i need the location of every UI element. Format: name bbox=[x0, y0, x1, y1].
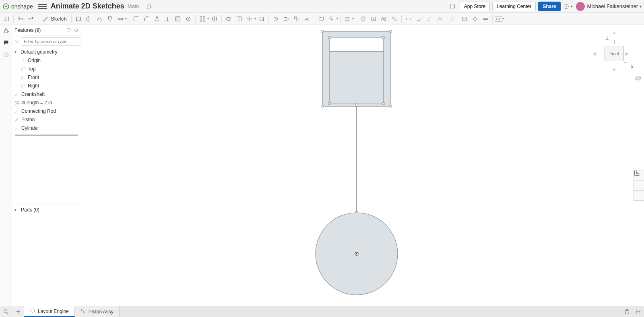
units-icon[interactable] bbox=[633, 306, 644, 317]
make-transparent-icon[interactable]: x bbox=[634, 190, 644, 201]
bend-icon[interactable] bbox=[435, 14, 445, 24]
plane-icon bbox=[21, 83, 26, 88]
st-caret[interactable]: ▾ bbox=[502, 17, 504, 21]
delete-face-icon[interactable] bbox=[257, 14, 266, 24]
user-menu-caret[interactable]: ▾ bbox=[640, 4, 642, 8]
feature-tree-toggle-icon[interactable] bbox=[2, 14, 11, 24]
replace-face-icon[interactable] bbox=[292, 14, 301, 24]
revolve-icon[interactable] bbox=[84, 14, 94, 24]
plane-icon[interactable] bbox=[316, 14, 326, 24]
document-title[interactable]: Animate 2D Sketches bbox=[51, 2, 124, 10]
transform-icon[interactable] bbox=[245, 14, 254, 24]
split-icon[interactable] bbox=[234, 14, 244, 24]
tree-feature-length-var[interactable]: (x) #Length = 2 in bbox=[12, 98, 81, 107]
hole-icon[interactable] bbox=[184, 14, 193, 24]
extrude-icon[interactable] bbox=[74, 14, 83, 24]
svg-line-64 bbox=[7, 313, 8, 314]
tab-layout-engine[interactable]: Layout Engine bbox=[24, 306, 75, 317]
sweep-icon[interactable] bbox=[95, 14, 104, 24]
parts-header[interactable]: ▾ Parts (0) bbox=[12, 205, 81, 214]
tree-plane-front[interactable]: Front bbox=[12, 73, 81, 81]
fillet-icon[interactable] bbox=[131, 14, 141, 24]
pattern-icon[interactable] bbox=[198, 14, 207, 24]
add-feature-icon[interactable] bbox=[2, 27, 10, 35]
svg-point-1 bbox=[5, 5, 7, 7]
sketch-button[interactable]: Sketch bbox=[40, 14, 69, 24]
onshape-logo[interactable]: onshape bbox=[2, 3, 33, 10]
share-button[interactable]: Share bbox=[538, 2, 560, 11]
viewcube-up-arrow-icon[interactable]: ▲ bbox=[612, 30, 617, 35]
featurescript-icon[interactable] bbox=[448, 2, 457, 11]
tab-piston-assy[interactable]: Piston Assy bbox=[75, 306, 120, 317]
svg-rect-36 bbox=[67, 28, 70, 31]
viewcube-left-arrow-icon[interactable]: ◀ bbox=[592, 51, 596, 56]
chamfer-icon[interactable] bbox=[142, 14, 151, 24]
rollback-icon[interactable] bbox=[74, 28, 78, 33]
document-copy-icon[interactable] bbox=[144, 2, 154, 11]
sm-relief-icon[interactable] bbox=[460, 14, 469, 24]
mirror-icon[interactable] bbox=[210, 14, 219, 24]
tab-icon[interactable] bbox=[425, 14, 434, 24]
undo-icon[interactable] bbox=[16, 14, 25, 24]
derived-icon[interactable] bbox=[390, 14, 399, 24]
helix-icon[interactable] bbox=[327, 14, 336, 24]
rib-icon[interactable] bbox=[163, 14, 172, 24]
move-face-icon[interactable] bbox=[281, 14, 291, 24]
offset-surface-icon[interactable] bbox=[302, 14, 312, 24]
user-avatar[interactable] bbox=[576, 2, 585, 11]
history-icon[interactable] bbox=[2, 51, 10, 59]
svg-rect-68 bbox=[83, 311, 85, 313]
boolean-icon[interactable] bbox=[224, 14, 233, 24]
st-indicator[interactable]: ST bbox=[495, 16, 503, 22]
add-feature-btn-icon[interactable] bbox=[66, 28, 71, 33]
flange-icon[interactable] bbox=[414, 14, 424, 24]
plane-caret[interactable]: ▾ bbox=[336, 17, 338, 21]
rollback-bar[interactable] bbox=[15, 135, 78, 136]
svg-point-50 bbox=[355, 104, 358, 107]
tree-plane-right[interactable]: Right bbox=[12, 81, 81, 90]
thicken-icon[interactable] bbox=[116, 14, 125, 24]
document-subtitle[interactable]: Main bbox=[128, 3, 139, 9]
learning-center-button[interactable]: Learning Center bbox=[492, 2, 536, 11]
redo-icon[interactable] bbox=[26, 14, 36, 24]
pattern-caret[interactable]: ▾ bbox=[207, 17, 209, 21]
shell-icon[interactable] bbox=[173, 14, 183, 24]
import-icon[interactable] bbox=[369, 14, 378, 24]
modify-fillet-icon[interactable] bbox=[271, 14, 281, 24]
tree-feature-cylinder[interactable]: Cylinder bbox=[12, 124, 81, 132]
help-icon[interactable]: ? ▾ bbox=[563, 2, 573, 11]
tree-origin[interactable]: ◦ Origin bbox=[12, 56, 81, 64]
loft-icon[interactable] bbox=[105, 14, 115, 24]
feature-dropdown-caret[interactable]: ▾ bbox=[125, 17, 127, 21]
tree-feature-piston[interactable]: Piston bbox=[12, 115, 81, 124]
add-tab-icon[interactable] bbox=[12, 306, 24, 317]
sheetmetal-icon[interactable] bbox=[404, 14, 413, 24]
view-cube[interactable]: Z ▲ ◀ ▶ ▼ Front X ▾ bbox=[590, 30, 634, 78]
sm-unfold-icon[interactable] bbox=[470, 14, 480, 24]
svg-rect-12 bbox=[200, 17, 202, 18]
tree-plane-top[interactable]: Top bbox=[12, 64, 81, 73]
mate-caret[interactable]: ▾ bbox=[352, 17, 354, 21]
trash-icon[interactable] bbox=[621, 306, 633, 317]
sm-corner-icon[interactable] bbox=[449, 14, 459, 24]
app-store-button[interactable]: App Store bbox=[460, 2, 490, 11]
search-tabs-icon[interactable] bbox=[0, 306, 12, 317]
svg-text:x: x bbox=[636, 172, 638, 175]
isolate-icon[interactable] bbox=[634, 180, 644, 191]
comments-icon[interactable] bbox=[2, 39, 10, 47]
tree-feature-crankshaft[interactable]: Crankshaft bbox=[12, 90, 81, 98]
section-view-icon[interactable] bbox=[358, 14, 368, 24]
tree-default-geometry[interactable]: ▾ Default geometry bbox=[12, 48, 81, 56]
mate-connector-icon[interactable] bbox=[343, 14, 352, 24]
draft-icon[interactable] bbox=[152, 14, 162, 24]
viewcube-home-icon[interactable]: ▾ bbox=[635, 75, 637, 81]
menu-icon[interactable] bbox=[38, 2, 47, 11]
transform-caret[interactable]: ▾ bbox=[254, 17, 256, 21]
graphics-canvas[interactable]: Z ▲ ◀ ▶ ▼ Front X ▾ x bbox=[81, 25, 644, 306]
user-name[interactable]: Michael Falkensteiner bbox=[587, 3, 638, 9]
filter-icon[interactable] bbox=[14, 39, 19, 44]
feature-filter-input[interactable] bbox=[21, 37, 83, 46]
variable-icon[interactable]: (x) bbox=[379, 14, 389, 24]
tree-feature-connecting-rod[interactable]: Connecting Rod bbox=[12, 107, 81, 115]
sm-flat-icon[interactable] bbox=[481, 14, 490, 24]
